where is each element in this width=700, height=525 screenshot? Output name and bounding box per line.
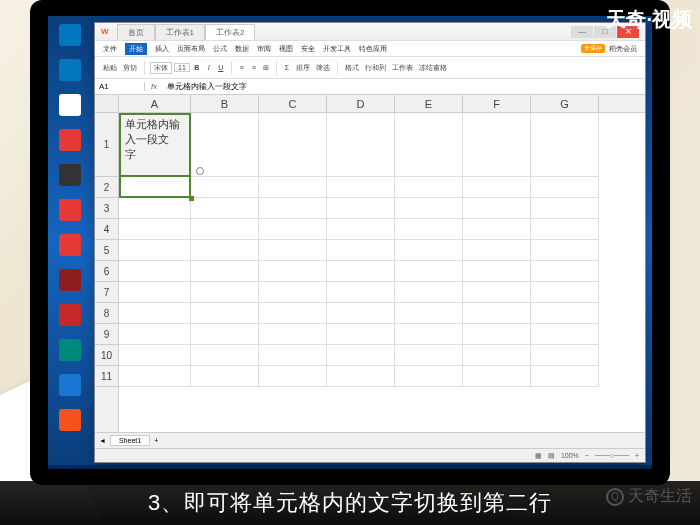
- minimize-button[interactable]: —: [571, 26, 593, 38]
- col-header-G[interactable]: G: [531, 95, 599, 112]
- desktop-icon[interactable]: [52, 234, 88, 266]
- cell-A1-selected[interactable]: 单元格内输 入一段文 字: [119, 113, 191, 177]
- row-header-11[interactable]: 11: [95, 366, 118, 387]
- watermark-icon: Q: [606, 488, 624, 506]
- desktop-icon[interactable]: [52, 409, 88, 441]
- menubar: 文件 开始 插入 页面布局 公式 数据 审阅 视图 安全 开发工具 特色应用 未…: [95, 41, 645, 57]
- row-header-10[interactable]: 10: [95, 345, 118, 366]
- cut-button[interactable]: 剪切: [121, 62, 139, 74]
- menu-dev[interactable]: 开发工具: [323, 44, 351, 54]
- desktop-icon[interactable]: [52, 94, 88, 126]
- menu-insert[interactable]: 插入: [155, 44, 169, 54]
- formula-bar: A1 fx 单元格内输入一段文字: [95, 79, 645, 95]
- sum-button[interactable]: Σ: [282, 63, 292, 72]
- sheet-nav-prev-icon[interactable]: ◄: [99, 437, 106, 444]
- bold-button[interactable]: B: [192, 63, 202, 72]
- row-header-7[interactable]: 7: [95, 282, 118, 303]
- col-header-E[interactable]: E: [395, 95, 463, 112]
- tab-home[interactable]: 首页: [117, 24, 155, 40]
- filter-button[interactable]: 筛选: [314, 62, 332, 74]
- desktop-taskbar[interactable]: [48, 465, 652, 469]
- col-header-B[interactable]: B: [191, 95, 259, 112]
- menu-start[interactable]: 开始: [125, 43, 147, 55]
- tutorial-caption: 3、即可将单元格内的文字切换到第二行: [0, 481, 700, 525]
- sheet-area: A B C D E F G 1 2 3 4 5 6 7: [95, 95, 645, 432]
- row-header-5[interactable]: 5: [95, 240, 118, 261]
- col-header-D[interactable]: D: [327, 95, 395, 112]
- zoom-out-icon[interactable]: −: [585, 452, 589, 459]
- sort-button[interactable]: 排序: [294, 62, 312, 74]
- statusbar: ▦ ▤ 100% − ───○─── +: [95, 448, 645, 462]
- watermark-bottom-text: 天奇生活: [628, 486, 692, 507]
- zoom-slider[interactable]: ───○───: [595, 452, 629, 459]
- menu-page[interactable]: 页面布局: [177, 44, 205, 54]
- unsaved-badge: 未保存: [581, 44, 605, 53]
- align-center-icon[interactable]: ≡: [249, 63, 259, 72]
- merge-button[interactable]: ⊞: [261, 63, 271, 73]
- menu-data[interactable]: 数据: [235, 44, 249, 54]
- desktop-icon[interactable]: [52, 24, 88, 56]
- col-header-F[interactable]: F: [463, 95, 531, 112]
- cell-grid[interactable]: 单元格内输 入一段文 字: [119, 113, 645, 432]
- toolbar: 粘贴 剪切 宋体 11 B I U ≡ ≡ ⊞: [95, 57, 645, 79]
- view-page-icon[interactable]: ▤: [548, 452, 555, 460]
- row-header-8[interactable]: 8: [95, 303, 118, 324]
- zoom-level[interactable]: 100%: [561, 452, 579, 459]
- sheet-body: 1 2 3 4 5 6 7 8 9 10 11: [95, 113, 645, 432]
- fill-handle[interactable]: [189, 196, 194, 201]
- sheet-tabs: ◄ Sheet1 +: [95, 432, 645, 448]
- paste-button[interactable]: 粘贴: [101, 62, 119, 74]
- monitor-frame: W 首页 工作表1 工作表2 — □ ✕ 文件 开始 插入 页面布局 公式: [30, 0, 670, 485]
- sheet-tab-1[interactable]: Sheet1: [110, 435, 150, 446]
- row-header-6[interactable]: 6: [95, 261, 118, 282]
- spreadsheet-window: W 首页 工作表1 工作表2 — □ ✕ 文件 开始 插入 页面布局 公式: [94, 22, 646, 463]
- rowcol-button[interactable]: 行和列: [363, 62, 388, 74]
- tab-doc1[interactable]: 工作表1: [155, 24, 205, 40]
- menu-view[interactable]: 视图: [279, 44, 293, 54]
- desktop-icon[interactable]: [52, 59, 88, 91]
- col-header-A[interactable]: A: [119, 95, 191, 112]
- desktop-icon[interactable]: [52, 339, 88, 371]
- freeze-button[interactable]: 冻结窗格: [417, 62, 449, 74]
- menu-review[interactable]: 审阅: [257, 44, 271, 54]
- menu-special[interactable]: 特色应用: [359, 44, 387, 54]
- desktop-icon[interactable]: [52, 304, 88, 336]
- titlebar: W 首页 工作表1 工作表2 — □ ✕: [95, 23, 645, 41]
- menu-security[interactable]: 安全: [301, 44, 315, 54]
- view-normal-icon[interactable]: ▦: [535, 452, 542, 460]
- watermark-top-right: 天奇·视频: [606, 6, 692, 33]
- desktop-icon[interactable]: [52, 199, 88, 231]
- name-box[interactable]: A1: [95, 82, 145, 91]
- desktop-icons-column: [52, 24, 88, 441]
- zoom-in-icon[interactable]: +: [635, 452, 639, 459]
- format-button[interactable]: 格式: [343, 62, 361, 74]
- desktop-icon[interactable]: [52, 269, 88, 301]
- row-header-4[interactable]: 4: [95, 219, 118, 240]
- desktop-icon[interactable]: [52, 129, 88, 161]
- formula-input[interactable]: 单元格内输入一段文字: [163, 81, 645, 92]
- document-tabs: 首页 工作表1 工作表2: [117, 24, 256, 40]
- sheet-button[interactable]: 工作表: [390, 62, 415, 74]
- member-link[interactable]: 稻壳会员: [609, 44, 637, 54]
- align-left-icon[interactable]: ≡: [237, 63, 247, 72]
- row-header-2[interactable]: 2: [95, 177, 118, 198]
- column-headers: A B C D E F G: [95, 95, 645, 113]
- fx-icon[interactable]: fx: [145, 82, 163, 91]
- col-header-C[interactable]: C: [259, 95, 327, 112]
- font-select[interactable]: 宋体: [150, 62, 172, 74]
- row-header-3[interactable]: 3: [95, 198, 118, 219]
- menu-formula[interactable]: 公式: [213, 44, 227, 54]
- row-headers: 1 2 3 4 5 6 7 8 9 10 11: [95, 113, 119, 432]
- row-header-1[interactable]: 1: [95, 113, 118, 177]
- desktop-icon[interactable]: [52, 374, 88, 406]
- tab-doc2-active[interactable]: 工作表2: [205, 24, 255, 40]
- app-logo-icon: W: [101, 27, 109, 36]
- fontsize-select[interactable]: 11: [174, 63, 190, 72]
- add-sheet-icon[interactable]: +: [154, 437, 158, 444]
- desktop-icon[interactable]: [52, 164, 88, 196]
- menu-file[interactable]: 文件: [103, 44, 117, 54]
- underline-button[interactable]: U: [216, 63, 226, 72]
- italic-button[interactable]: I: [204, 63, 214, 72]
- row-header-9[interactable]: 9: [95, 324, 118, 345]
- select-all-corner[interactable]: [95, 95, 119, 112]
